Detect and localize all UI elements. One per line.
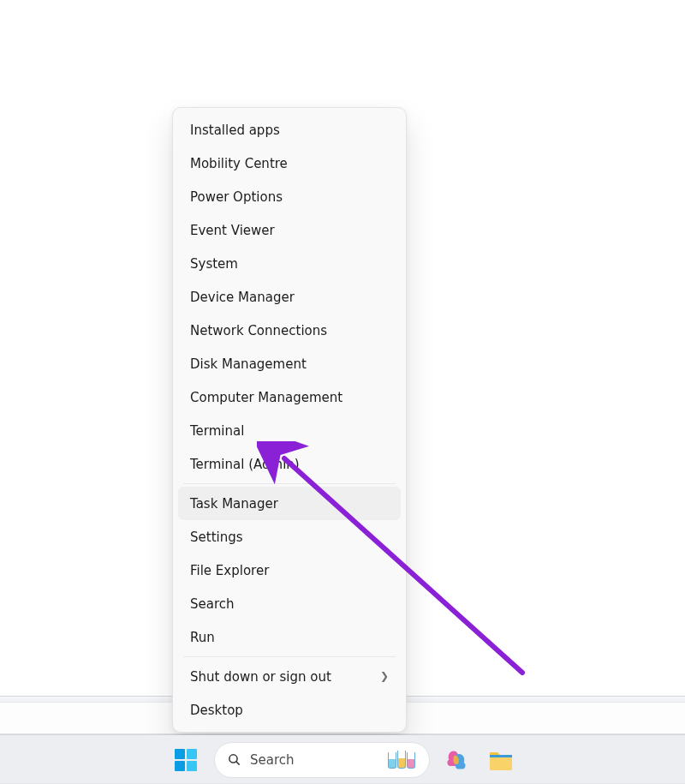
menu-item-label: Device Manager [190,290,295,305]
menu-item-label: Power Options [190,189,283,205]
taskbar-search[interactable]: Search [215,743,429,777]
search-highlight-icon [388,751,415,769]
menu-item-label: Terminal [190,423,244,439]
menu-item-settings[interactable]: Settings [178,520,401,554]
menu-item-label: Search [190,596,235,612]
menu-item-label: Run [190,630,215,645]
menu-item-label: Settings [190,530,243,545]
menu-item-run[interactable]: Run [178,620,401,654]
menu-item-label: File Explorer [190,563,269,578]
menu-item-desktop[interactable]: Desktop [178,693,401,727]
copilot-icon [444,748,468,772]
menu-item-label: Task Manager [190,496,278,512]
search-icon [227,752,241,767]
menu-item-label: Desktop [190,703,243,718]
svg-rect-3 [490,755,512,757]
menu-item-network-connections[interactable]: Network Connections [178,314,401,347]
menu-item-device-manager[interactable]: Device Manager [178,280,401,314]
file-explorer-button[interactable] [484,743,518,777]
copilot-button[interactable] [439,743,474,777]
windows-logo-icon [175,749,197,771]
menu-item-power-options[interactable]: Power Options [178,180,401,213]
menu-item-label: Shut down or sign out [190,669,331,685]
menu-item-label: Mobility Centre [190,156,288,171]
menu-item-label: System [190,256,238,272]
menu-item-label: Event Viewer [190,223,275,238]
taskbar: Search [0,735,685,784]
winx-context-menu: Installed appsMobility CentrePower Optio… [172,107,407,733]
menu-item-file-explorer[interactable]: File Explorer [178,554,401,587]
folder-icon [488,749,514,771]
menu-item-search[interactable]: Search [178,587,401,620]
menu-item-event-viewer[interactable]: Event Viewer [178,213,401,247]
menu-separator [183,656,396,657]
menu-item-label: Network Connections [190,323,327,338]
menu-item-disk-management[interactable]: Disk Management [178,347,401,380]
menu-item-label: Disk Management [190,356,307,372]
menu-item-system[interactable]: System [178,247,401,280]
menu-item-terminal[interactable]: Terminal [178,414,401,447]
menu-item-label: Computer Management [190,390,342,405]
menu-item-label: Terminal (Admin) [190,457,300,472]
menu-item-shut-down-or-sign-out[interactable]: Shut down or sign out❯ [178,660,401,693]
menu-separator [183,483,396,484]
start-button[interactable] [167,741,205,779]
menu-item-mobility-centre[interactable]: Mobility Centre [178,147,401,180]
menu-item-computer-management[interactable]: Computer Management [178,380,401,414]
menu-item-label: Installed apps [190,123,280,138]
menu-item-installed-apps[interactable]: Installed apps [178,113,401,147]
chevron-right-icon: ❯ [380,670,389,682]
menu-item-terminal-admin[interactable]: Terminal (Admin) [178,447,401,481]
search-placeholder-text: Search [250,752,379,768]
menu-item-task-manager[interactable]: Task Manager [178,487,401,520]
svg-line-2 [236,762,239,764]
